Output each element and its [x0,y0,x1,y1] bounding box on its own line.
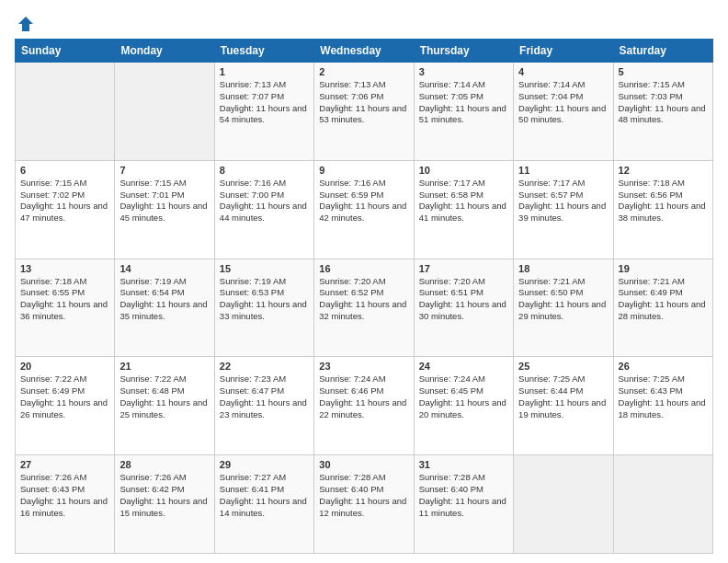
page-container: SundayMondayTuesdayWednesdayThursdayFrid… [0,0,728,563]
day-info: Sunrise: 7:16 AM Sunset: 6:59 PM Dayligh… [319,178,408,224]
day-cell: 5Sunrise: 7:15 AM Sunset: 7:03 PM Daylig… [613,63,712,161]
day-cell: 18Sunrise: 7:21 AM Sunset: 6:50 PM Dayli… [514,259,613,357]
day-number: 26 [619,361,708,372]
day-info: Sunrise: 7:26 AM Sunset: 6:43 PM Dayligh… [20,472,109,519]
day-info: Sunrise: 7:19 AM Sunset: 6:54 PM Dayligh… [119,276,209,323]
day-cell: 15Sunrise: 7:19 AM Sunset: 6:53 PM Dayli… [214,259,313,357]
day-cell: 27Sunrise: 7:26 AM Sunset: 6:43 PM Dayli… [16,455,115,554]
day-info: Sunrise: 7:14 AM Sunset: 7:05 PM Dayligh… [419,79,508,126]
calendar-table: SundayMondayTuesdayWednesdayThursdayFrid… [15,39,713,554]
day-number: 15 [220,263,309,274]
day-info: Sunrise: 7:18 AM Sunset: 6:55 PM Dayligh… [20,276,109,323]
week-row-3: 13Sunrise: 7:18 AM Sunset: 6:55 PM Dayli… [16,259,713,357]
day-number: 6 [20,165,109,176]
day-cell: 14Sunrise: 7:19 AM Sunset: 6:54 PM Dayli… [115,259,214,357]
day-number: 30 [319,459,408,470]
day-cell [613,455,712,554]
day-number: 20 [20,361,109,372]
day-number: 29 [220,459,309,470]
day-info: Sunrise: 7:26 AM Sunset: 6:42 PM Dayligh… [119,472,209,519]
weekday-header-row: SundayMondayTuesdayWednesdayThursdayFrid… [16,40,713,63]
day-number: 22 [220,361,309,372]
day-cell: 11Sunrise: 7:17 AM Sunset: 6:57 PM Dayli… [514,160,613,259]
day-info: Sunrise: 7:16 AM Sunset: 7:00 PM Dayligh… [220,178,309,224]
day-number: 4 [518,66,608,77]
weekday-header-monday: Monday [115,40,214,63]
day-info: Sunrise: 7:20 AM Sunset: 6:51 PM Dayligh… [419,276,508,323]
week-row-5: 27Sunrise: 7:26 AM Sunset: 6:43 PM Dayli… [16,455,713,554]
day-info: Sunrise: 7:14 AM Sunset: 7:04 PM Dayligh… [518,79,608,126]
day-info: Sunrise: 7:20 AM Sunset: 6:52 PM Dayligh… [319,276,408,323]
day-cell: 31Sunrise: 7:28 AM Sunset: 6:40 PM Dayli… [414,455,513,554]
week-row-1: 1Sunrise: 7:13 AM Sunset: 7:07 PM Daylig… [16,63,713,161]
day-number: 21 [119,361,209,372]
day-cell: 6Sunrise: 7:15 AM Sunset: 7:02 PM Daylig… [16,160,115,259]
day-cell [16,63,115,161]
day-number: 9 [319,165,408,176]
day-cell: 26Sunrise: 7:25 AM Sunset: 6:43 PM Dayli… [613,357,712,455]
day-cell: 19Sunrise: 7:21 AM Sunset: 6:49 PM Dayli… [613,259,712,357]
day-cell: 4Sunrise: 7:14 AM Sunset: 7:04 PM Daylig… [514,63,613,161]
day-cell: 3Sunrise: 7:14 AM Sunset: 7:05 PM Daylig… [414,63,513,161]
week-row-4: 20Sunrise: 7:22 AM Sunset: 6:49 PM Dayli… [16,357,713,455]
logo-icon [17,15,35,33]
day-cell: 8Sunrise: 7:16 AM Sunset: 7:00 PM Daylig… [214,160,313,259]
weekday-header-sunday: Sunday [16,40,115,63]
day-info: Sunrise: 7:22 AM Sunset: 6:49 PM Dayligh… [20,373,109,420]
day-number: 24 [419,361,508,372]
day-number: 5 [619,66,708,77]
day-number: 10 [419,165,508,176]
day-cell: 20Sunrise: 7:22 AM Sunset: 6:49 PM Dayli… [16,357,115,455]
day-info: Sunrise: 7:21 AM Sunset: 6:49 PM Dayligh… [619,276,708,323]
svg-marker-0 [18,17,33,31]
day-number: 23 [319,361,408,372]
day-cell: 30Sunrise: 7:28 AM Sunset: 6:40 PM Dayli… [314,455,414,554]
day-cell: 17Sunrise: 7:20 AM Sunset: 6:51 PM Dayli… [414,259,513,357]
day-cell: 1Sunrise: 7:13 AM Sunset: 7:07 PM Daylig… [214,63,313,161]
day-number: 19 [619,263,708,274]
day-number: 27 [20,459,109,470]
day-number: 18 [518,263,608,274]
weekday-header-wednesday: Wednesday [314,40,414,63]
day-info: Sunrise: 7:23 AM Sunset: 6:47 PM Dayligh… [220,373,309,420]
day-cell: 7Sunrise: 7:15 AM Sunset: 7:01 PM Daylig… [115,160,214,259]
day-cell: 9Sunrise: 7:16 AM Sunset: 6:59 PM Daylig… [314,160,414,259]
weekday-header-saturday: Saturday [613,40,712,63]
day-number: 2 [319,66,408,77]
day-info: Sunrise: 7:25 AM Sunset: 6:44 PM Dayligh… [518,373,608,420]
day-info: Sunrise: 7:28 AM Sunset: 6:40 PM Dayligh… [419,472,508,519]
day-info: Sunrise: 7:17 AM Sunset: 6:57 PM Dayligh… [518,178,608,224]
day-number: 25 [518,361,608,372]
weekday-header-tuesday: Tuesday [214,40,313,63]
week-row-2: 6Sunrise: 7:15 AM Sunset: 7:02 PM Daylig… [16,160,713,259]
day-info: Sunrise: 7:25 AM Sunset: 6:43 PM Dayligh… [619,373,708,420]
day-number: 11 [518,165,608,176]
day-info: Sunrise: 7:24 AM Sunset: 6:46 PM Dayligh… [319,373,408,420]
day-info: Sunrise: 7:18 AM Sunset: 6:56 PM Dayligh… [619,178,708,224]
day-cell [514,455,613,554]
day-cell: 10Sunrise: 7:17 AM Sunset: 6:58 PM Dayli… [414,160,513,259]
day-number: 28 [119,459,209,470]
day-info: Sunrise: 7:21 AM Sunset: 6:50 PM Dayligh… [518,276,608,323]
day-cell: 16Sunrise: 7:20 AM Sunset: 6:52 PM Dayli… [314,259,414,357]
day-info: Sunrise: 7:28 AM Sunset: 6:40 PM Dayligh… [319,472,408,519]
day-cell [115,63,214,161]
day-info: Sunrise: 7:13 AM Sunset: 7:07 PM Dayligh… [220,79,309,126]
day-number: 16 [319,263,408,274]
day-number: 8 [220,165,309,176]
day-number: 13 [20,263,109,274]
day-cell: 24Sunrise: 7:24 AM Sunset: 6:45 PM Dayli… [414,357,513,455]
day-info: Sunrise: 7:19 AM Sunset: 6:53 PM Dayligh… [220,276,309,323]
day-info: Sunrise: 7:15 AM Sunset: 7:02 PM Dayligh… [20,178,109,224]
day-number: 12 [619,165,708,176]
day-info: Sunrise: 7:15 AM Sunset: 7:01 PM Dayligh… [119,178,209,224]
day-number: 7 [119,165,209,176]
day-cell: 12Sunrise: 7:18 AM Sunset: 6:56 PM Dayli… [613,160,712,259]
day-cell: 22Sunrise: 7:23 AM Sunset: 6:47 PM Dayli… [214,357,313,455]
day-cell: 25Sunrise: 7:25 AM Sunset: 6:44 PM Dayli… [514,357,613,455]
day-info: Sunrise: 7:22 AM Sunset: 6:48 PM Dayligh… [119,373,209,420]
day-info: Sunrise: 7:13 AM Sunset: 7:06 PM Dayligh… [319,79,408,126]
logo [15,15,35,29]
weekday-header-friday: Friday [514,40,613,63]
day-info: Sunrise: 7:15 AM Sunset: 7:03 PM Dayligh… [619,79,708,126]
